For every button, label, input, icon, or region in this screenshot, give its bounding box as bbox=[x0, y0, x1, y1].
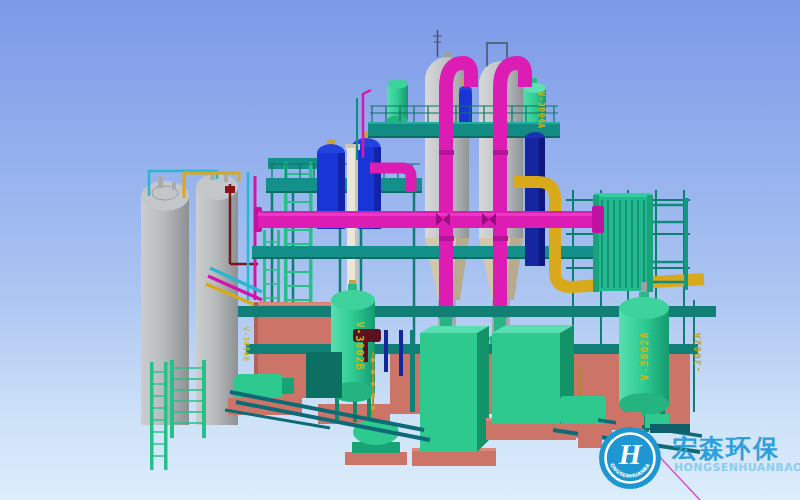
tag-v3004a: V-3004A bbox=[536, 91, 545, 128]
brand-name-cn: 宏森环保 bbox=[671, 434, 780, 463]
pump-center-pad bbox=[345, 452, 407, 465]
logo-monogram: H bbox=[618, 438, 643, 470]
plant-model-render: V-3002B V-3002A -3002A V-3004A V-3004B H… bbox=[0, 0, 800, 500]
tag-v3004b: V-3004B bbox=[242, 326, 251, 361]
red-valve bbox=[225, 186, 235, 193]
dark-blue-column bbox=[525, 132, 545, 266]
tag-v3002a: V-3002A bbox=[639, 331, 650, 380]
plant-3d-scene: V-3002B V-3002A -3002A V-3004A V-3004B H… bbox=[0, 0, 800, 500]
brand-name-en: HONGSENHUANBAO bbox=[674, 461, 800, 474]
tag-3002a-outer: -3002A bbox=[692, 332, 703, 372]
tag-v3002b: V-3002B bbox=[354, 321, 365, 370]
